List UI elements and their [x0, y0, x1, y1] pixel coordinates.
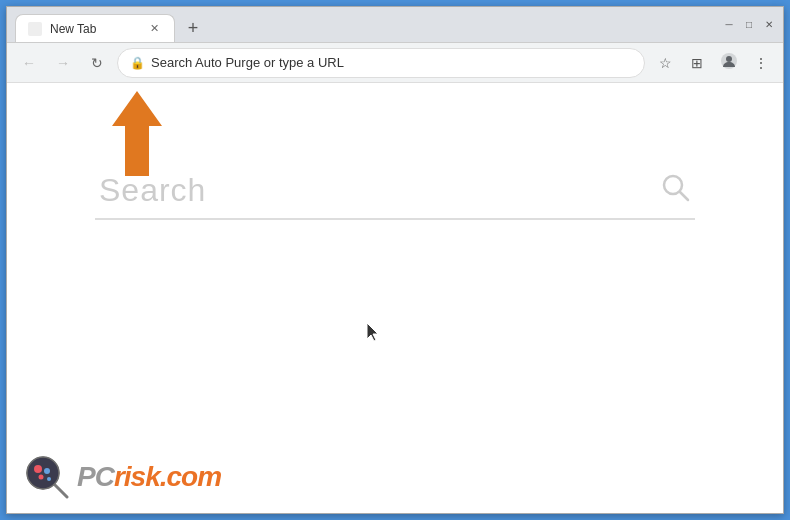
refresh-icon: ↻ [91, 55, 103, 71]
pcrisk-icon [23, 453, 71, 501]
menu-icon: ⋮ [754, 55, 768, 71]
menu-button[interactable]: ⋮ [747, 49, 775, 77]
svg-point-10 [47, 477, 51, 481]
svg-point-1 [726, 56, 732, 62]
extensions-button[interactable]: ⊞ [683, 49, 711, 77]
new-tab-button[interactable]: + [179, 14, 207, 42]
minimize-button[interactable]: ─ [723, 19, 735, 31]
maximize-button[interactable]: □ [743, 19, 755, 31]
close-button[interactable]: ✕ [763, 19, 775, 31]
tab-area: New Tab ✕ + [15, 7, 723, 42]
mouse-cursor [367, 323, 379, 341]
svg-point-9 [39, 475, 44, 480]
pcrisk-logo: PCrisk.com [23, 453, 221, 501]
back-button[interactable]: ← [15, 49, 43, 77]
tab-title: New Tab [50, 22, 96, 36]
refresh-button[interactable]: ↻ [83, 49, 111, 77]
back-icon: ← [22, 55, 36, 71]
search-button[interactable] [659, 171, 691, 210]
forward-button[interactable]: → [49, 49, 77, 77]
browser-tab[interactable]: New Tab ✕ [15, 14, 175, 42]
arrow-annotation [107, 91, 187, 185]
title-bar: New Tab ✕ + ─ □ ✕ [7, 7, 783, 43]
svg-line-5 [680, 192, 688, 200]
window-controls: ─ □ ✕ [723, 19, 775, 31]
extensions-icon: ⊞ [691, 55, 703, 71]
forward-icon: → [56, 55, 70, 71]
toolbar: ← → ↻ 🔒 Search Auto Purge or type a URL … [7, 43, 783, 83]
toolbar-actions: ☆ ⊞ ⋮ [651, 49, 775, 77]
pcrisk-text: PCrisk.com [77, 461, 221, 493]
svg-line-11 [55, 485, 67, 497]
watermark: PCrisk.com [23, 453, 221, 501]
pc-part: PC [77, 461, 114, 492]
risk-part: risk.com [114, 461, 221, 492]
page-content: Search [7, 83, 783, 513]
svg-point-7 [34, 465, 42, 473]
svg-marker-3 [112, 91, 162, 176]
address-bar[interactable]: 🔒 Search Auto Purge or type a URL [117, 48, 645, 78]
lock-icon: 🔒 [130, 56, 145, 70]
address-text: Search Auto Purge or type a URL [151, 55, 632, 70]
browser-window: New Tab ✕ + ─ □ ✕ ← → ↻ 🔒 Search Auto Pu… [6, 6, 784, 514]
tab-favicon [28, 22, 42, 36]
tab-close-button[interactable]: ✕ [146, 21, 162, 37]
profile-button[interactable] [715, 49, 743, 77]
svg-point-8 [44, 468, 50, 474]
bookmark-button[interactable]: ☆ [651, 49, 679, 77]
star-icon: ☆ [659, 55, 672, 71]
profile-icon [720, 52, 738, 73]
